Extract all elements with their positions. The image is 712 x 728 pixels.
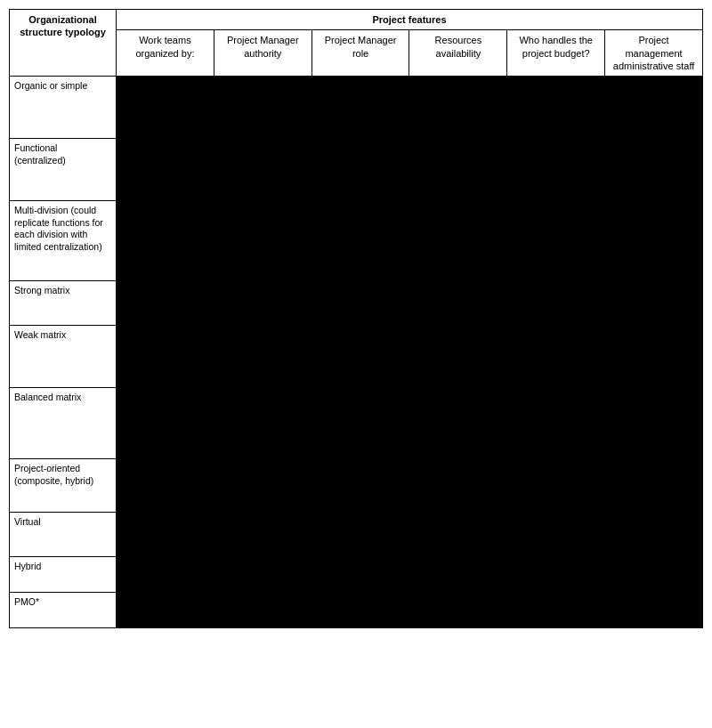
table-row: Functional (centralized): [10, 139, 703, 201]
table-row: Project-oriented (composite, hybrid): [10, 459, 703, 513]
cell-functional-2: [312, 139, 409, 201]
cell-hybrid-0: [117, 557, 214, 593]
cell-virtual-1: [214, 513, 312, 557]
cell-po-5: [605, 459, 703, 513]
cell-multidiv-1: [214, 201, 312, 281]
cell-functional-1: [214, 139, 312, 201]
cell-pmo-0: [117, 593, 214, 628]
table-row: Balanced matrix: [10, 388, 703, 459]
cell-pmo-1: [214, 593, 312, 628]
cell-po-0: [117, 459, 214, 513]
cell-organic-0: [117, 77, 214, 139]
cell-strong-0: [117, 281, 214, 326]
cell-strong-4: [507, 281, 605, 326]
row-label-strong: Strong matrix: [10, 281, 117, 326]
cell-po-2: [312, 459, 409, 513]
row-label-weak: Weak matrix: [10, 326, 117, 388]
col-header-2: Project Manager role: [312, 30, 409, 77]
row-label-functional: Functional (centralized): [10, 139, 117, 201]
col-header-1: Project Manager authority: [214, 30, 312, 77]
cell-organic-3: [409, 77, 507, 139]
typology-header: Organizational structure typology: [10, 10, 117, 77]
cell-hybrid-2: [312, 557, 409, 593]
row-label-virtual: Virtual: [10, 513, 117, 557]
cell-po-3: [409, 459, 507, 513]
cell-balanced-3: [409, 388, 507, 459]
cell-weak-2: [312, 326, 409, 388]
cell-hybrid-3: [409, 557, 507, 593]
cell-po-1: [214, 459, 312, 513]
cell-organic-1: [214, 77, 312, 139]
cell-organic-5: [605, 77, 703, 139]
table-row: Organic or simple: [10, 77, 703, 139]
cell-virtual-0: [117, 513, 214, 557]
col-header-0: Work teams organized by:: [117, 30, 214, 77]
cell-weak-4: [507, 326, 605, 388]
table-container: Organizational structure typology Projec…: [9, 9, 703, 628]
cell-balanced-5: [605, 388, 703, 459]
cell-weak-5: [605, 326, 703, 388]
cell-functional-3: [409, 139, 507, 201]
table-row: Virtual: [10, 513, 703, 557]
row-label-organic: Organic or simple: [10, 77, 117, 139]
cell-multidiv-5: [605, 201, 703, 281]
cell-pmo-5: [605, 593, 703, 628]
cell-hybrid-4: [507, 557, 605, 593]
table-row: Weak matrix: [10, 326, 703, 388]
table-row: Multi-division (could replicate function…: [10, 201, 703, 281]
cell-pmo-3: [409, 593, 507, 628]
table-row: PMO*: [10, 593, 703, 628]
cell-virtual-5: [605, 513, 703, 557]
cell-strong-3: [409, 281, 507, 326]
cell-strong-1: [214, 281, 312, 326]
col-header-5: Project management administrative staff: [605, 30, 703, 77]
row-label-hybrid: Hybrid: [10, 557, 117, 593]
cell-multidiv-3: [409, 201, 507, 281]
cell-virtual-3: [409, 513, 507, 557]
cell-organic-2: [312, 77, 409, 139]
cell-hybrid-5: [605, 557, 703, 593]
row-label-pmo: PMO*: [10, 593, 117, 628]
cell-pmo-4: [507, 593, 605, 628]
cell-weak-1: [214, 326, 312, 388]
project-features-header: Project features: [117, 10, 703, 30]
cell-strong-5: [605, 281, 703, 326]
cell-balanced-1: [214, 388, 312, 459]
cell-balanced-2: [312, 388, 409, 459]
cell-functional-4: [507, 139, 605, 201]
cell-strong-2: [312, 281, 409, 326]
cell-multidiv-4: [507, 201, 605, 281]
col-header-3: Resources availability: [409, 30, 507, 77]
row-label-project-oriented: Project-oriented (composite, hybrid): [10, 459, 117, 513]
cell-organic-4: [507, 77, 605, 139]
cell-functional-0: [117, 139, 214, 201]
row-label-balanced: Balanced matrix: [10, 388, 117, 459]
col-header-4: Who handles the project budget?: [507, 30, 605, 77]
row-label-multidiv: Multi-division (could replicate function…: [10, 201, 117, 281]
cell-balanced-0: [117, 388, 214, 459]
cell-pmo-2: [312, 593, 409, 628]
cell-hybrid-1: [214, 557, 312, 593]
cell-balanced-4: [507, 388, 605, 459]
cell-weak-0: [117, 326, 214, 388]
cell-po-4: [507, 459, 605, 513]
table-row: Hybrid: [10, 557, 703, 593]
table-row: Strong matrix: [10, 281, 703, 326]
cell-functional-5: [605, 139, 703, 201]
cell-virtual-4: [507, 513, 605, 557]
cell-multidiv-2: [312, 201, 409, 281]
cell-weak-3: [409, 326, 507, 388]
cell-virtual-2: [312, 513, 409, 557]
cell-multidiv-0: [117, 201, 214, 281]
